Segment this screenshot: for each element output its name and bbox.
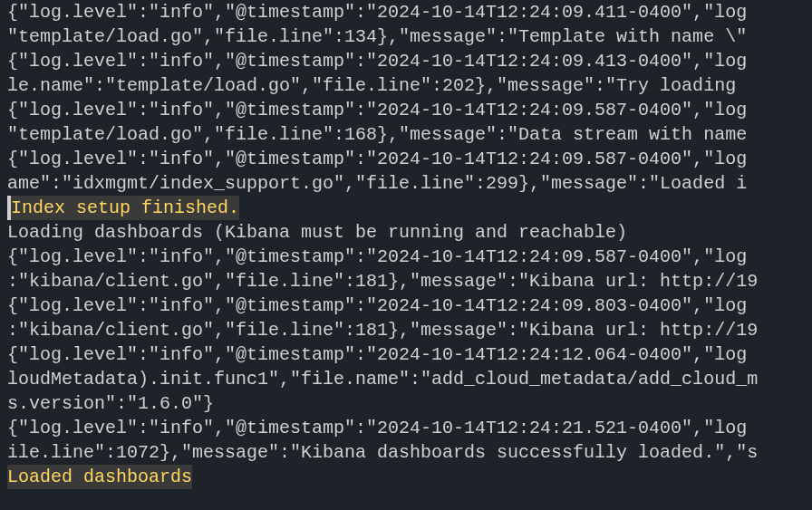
log-line: le.name":"template/load.go","file.line":… — [7, 73, 812, 98]
log-line: :"kibana/client.go","file.line":181},"me… — [7, 269, 812, 293]
log-line: {"log.level":"info","@timestamp":"2024-1… — [7, 147, 812, 171]
log-line: {"log.level":"info","@timestamp":"2024-1… — [7, 98, 812, 122]
log-line: loudMetadata).init.func1","file.name":"a… — [7, 367, 812, 391]
terminal-output: {"log.level":"info","@timestamp":"2024-1… — [0, 0, 812, 489]
log-line: {"log.level":"info","@timestamp":"2024-1… — [7, 342, 812, 367]
log-line: {"log.level":"info","@timestamp":"2024-1… — [7, 0, 812, 24]
log-line: :"kibana/client.go","file.line":181},"me… — [7, 318, 812, 342]
log-line: "template/load.go","file.line":134},"mes… — [7, 24, 812, 49]
log-line: {"log.level":"info","@timestamp":"2024-1… — [7, 293, 812, 318]
log-line: ile.line":1072},"message":"Kibana dashbo… — [7, 440, 812, 465]
log-line: ame":"idxmgmt/index_support.go","file.li… — [7, 171, 812, 196]
log-line: s.version":"1.6.0"} — [7, 391, 812, 416]
log-line: {"log.level":"info","@timestamp":"2024-1… — [7, 245, 812, 269]
log-line: {"log.level":"info","@timestamp":"2024-1… — [7, 49, 812, 73]
log-line: {"log.level":"info","@timestamp":"2024-1… — [7, 416, 812, 440]
index-setup-finished-line: Index setup finished. — [7, 196, 812, 220]
loading-dashboards-line: Loading dashboards (Kibana must be runni… — [7, 220, 812, 245]
log-line: "template/load.go","file.line":168},"mes… — [7, 122, 812, 147]
loaded-dashboards-line: Loaded dashboards — [7, 465, 812, 489]
index-setup-finished-text: Index setup finished. — [11, 196, 239, 220]
loaded-dashboards-text: Loaded dashboards — [7, 465, 192, 489]
